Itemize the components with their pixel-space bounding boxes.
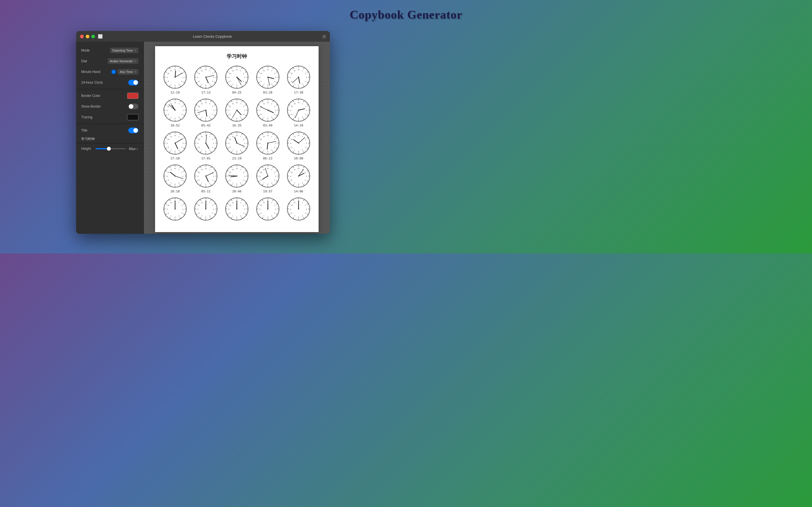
svg-point-987 [236, 143, 238, 144]
app-title: Copybook Generator [350, 8, 406, 21]
clock-item: 121234567891011 05:11 [192, 164, 220, 193]
svg-text:12: 12 [205, 69, 207, 70]
mode-select[interactable]: Depicting Time [110, 48, 139, 53]
show-border-label: Show Border [81, 105, 101, 108]
svg-text:10: 10 [229, 106, 231, 107]
svg-text:12: 12 [236, 168, 238, 169]
close-button[interactable] [80, 35, 84, 38]
svg-point-1367 [236, 175, 238, 177]
svg-text:10: 10 [291, 205, 293, 206]
dial-select[interactable]: Arabic Numerals [108, 58, 139, 64]
minimize-button[interactable] [86, 35, 89, 38]
svg-point-75 [174, 76, 175, 78]
svg-text:10: 10 [229, 205, 231, 206]
svg-point-1747 [236, 209, 238, 210]
dial-label: Dial [81, 59, 87, 63]
svg-text:10: 10 [229, 172, 231, 173]
show-border-row: Show Border [76, 101, 144, 112]
svg-text:10: 10 [291, 138, 293, 140]
svg-text:11: 11 [170, 103, 172, 105]
svg-text:12: 12 [298, 69, 300, 70]
svg-text:12: 12 [174, 168, 176, 169]
svg-text:10: 10 [167, 106, 169, 107]
clock-item: 121234567891011 17:10 [161, 131, 190, 160]
clock-time: 19:57 [263, 189, 272, 193]
clock-time: 05:11 [201, 189, 211, 193]
title-input[interactable]: 学习时钟 [76, 136, 144, 142]
sidebar-toggle-icon[interactable]: ⬜ [98, 34, 103, 39]
clock-time: 10:18 [170, 189, 180, 193]
svg-point-1139 [298, 143, 299, 144]
maximize-button[interactable] [91, 35, 95, 38]
clock-time: 10:52 [170, 124, 180, 127]
svg-text:10: 10 [198, 73, 200, 74]
grid-icon[interactable]: ⊞ [322, 34, 326, 39]
tracing-row: Tracing [76, 112, 144, 122]
clock-item: 121234567891011 20:46 [222, 164, 251, 193]
svg-text:10: 10 [291, 106, 293, 107]
clock-time: 06:13 [263, 157, 272, 160]
svg-text:10: 10 [291, 73, 293, 74]
svg-text:12: 12 [236, 102, 238, 103]
clock-time: 03:49 [263, 124, 272, 127]
clock-item: 121234567891011 12:10 [161, 65, 190, 94]
clock-item: 121234567891011 [161, 196, 190, 223]
tracing-color-swatch[interactable] [127, 114, 139, 120]
svg-text:11: 11 [294, 202, 296, 203]
clock-time: 04:25 [232, 91, 241, 94]
svg-point-227 [236, 76, 238, 78]
svg-text:11: 11 [232, 202, 234, 203]
svg-point-835 [174, 143, 175, 144]
height-slider-thumb[interactable] [107, 147, 111, 151]
svg-text:11: 11 [232, 70, 234, 71]
svg-text:11: 11 [263, 169, 265, 170]
clock-time: 17:10 [170, 157, 180, 160]
clock-item: 121234567891011 [192, 196, 220, 223]
svg-text:11: 11 [170, 169, 172, 170]
svg-text:11: 11 [201, 136, 203, 137]
clock-item: 121234567891011 [284, 196, 313, 223]
hour-clock-toggle[interactable] [128, 80, 139, 86]
svg-text:12: 12 [236, 135, 238, 136]
clock-item: 121234567891011 03:28 [253, 65, 282, 94]
hour-clock-row: 24-Hour Clock [76, 77, 144, 88]
show-border-toggle[interactable] [128, 104, 139, 109]
svg-text:11: 11 [294, 169, 296, 170]
height-stepper[interactable] [136, 147, 139, 151]
clock-item: 121234567891011 19:57 [253, 164, 282, 193]
svg-text:10: 10 [167, 172, 169, 173]
hour-clock-label: 24-Hour Clock [81, 80, 103, 84]
svg-text:10: 10 [291, 172, 293, 173]
clock-time: 16:35 [232, 124, 241, 127]
svg-point-1899 [298, 209, 299, 210]
svg-text:11: 11 [263, 70, 265, 71]
sidebar: Mode Depicting Time Dial Arabic Numerals… [76, 42, 144, 234]
svg-text:11: 11 [201, 70, 203, 71]
svg-point-1291 [205, 175, 206, 177]
clock-item: 121234567891011 10:52 [161, 98, 190, 127]
clock-time: 23:19 [232, 157, 241, 160]
tracing-label: Tracing [81, 115, 93, 119]
minute-hand-select[interactable]: Any Time [117, 69, 139, 75]
clock-item: 121234567891011 14:34 [284, 98, 313, 127]
titlebar: ⬜ Learn Clocks Copybook ⊞ [76, 31, 330, 42]
svg-text:11: 11 [232, 169, 234, 170]
paper-title: 学习时钟 [161, 53, 313, 60]
svg-point-1443 [267, 175, 268, 177]
minute-hand-row: Minute Hand Any Time [76, 66, 144, 77]
svg-point-1671 [205, 209, 206, 210]
svg-text:12: 12 [267, 168, 269, 169]
height-slider-track[interactable] [96, 148, 125, 149]
clock-item: 121234567891011 16:35 [222, 98, 251, 127]
svg-text:12: 12 [174, 69, 176, 70]
svg-text:10: 10 [198, 205, 200, 206]
clock-item: 121234567891011 17:38 [284, 65, 313, 94]
title-toggle[interactable] [128, 128, 139, 133]
minute-hand-dot[interactable] [111, 69, 116, 74]
svg-point-379 [298, 76, 299, 78]
border-color-swatch[interactable] [127, 93, 139, 99]
mode-label: Mode [81, 48, 90, 52]
svg-text:11: 11 [201, 169, 203, 170]
svg-text:11: 11 [201, 103, 203, 105]
clock-item: 121234567891011 17:01 [192, 131, 220, 160]
